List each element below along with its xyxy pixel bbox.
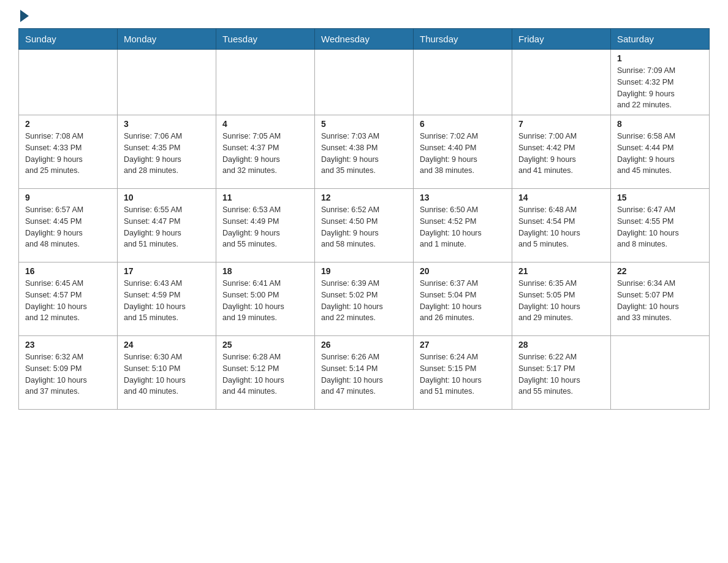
day-info: Sunrise: 7:09 AMSunset: 4:32 PMDaylight:… <box>617 65 703 111</box>
day-number: 26 <box>321 340 407 350</box>
day-info: Sunrise: 6:35 AMSunset: 5:05 PMDaylight:… <box>518 278 604 324</box>
day-info: Sunrise: 7:06 AMSunset: 4:35 PMDaylight:… <box>124 131 210 177</box>
day-number: 25 <box>222 340 308 350</box>
calendar-day: 20Sunrise: 6:37 AMSunset: 5:04 PMDayligh… <box>414 262 512 336</box>
calendar-day <box>414 50 512 115</box>
day-info: Sunrise: 6:53 AMSunset: 4:49 PMDaylight:… <box>222 204 308 250</box>
calendar-day: 18Sunrise: 6:41 AMSunset: 5:00 PMDayligh… <box>216 262 315 336</box>
calendar-day <box>611 336 710 410</box>
day-info: Sunrise: 6:57 AMSunset: 4:45 PMDaylight:… <box>25 204 111 250</box>
day-number: 15 <box>617 193 703 202</box>
day-info: Sunrise: 6:41 AMSunset: 5:00 PMDaylight:… <box>222 278 308 324</box>
calendar-day: 28Sunrise: 6:22 AMSunset: 5:17 PMDayligh… <box>512 336 611 410</box>
calendar-day: 24Sunrise: 6:30 AMSunset: 5:10 PMDayligh… <box>118 336 216 410</box>
calendar-day <box>315 50 414 115</box>
calendar-day: 17Sunrise: 6:43 AMSunset: 4:59 PMDayligh… <box>118 262 216 336</box>
week-row-4: 16Sunrise: 6:45 AMSunset: 4:57 PMDayligh… <box>19 262 710 336</box>
day-info: Sunrise: 6:39 AMSunset: 5:02 PMDaylight:… <box>321 278 407 324</box>
calendar-day: 26Sunrise: 6:26 AMSunset: 5:14 PMDayligh… <box>315 336 414 410</box>
day-number: 18 <box>222 266 308 276</box>
weekday-header-tuesday: Tuesday <box>216 29 315 50</box>
day-number: 14 <box>518 193 604 202</box>
day-info: Sunrise: 7:02 AMSunset: 4:40 PMDaylight:… <box>420 131 506 177</box>
calendar-day: 27Sunrise: 6:24 AMSunset: 5:15 PMDayligh… <box>414 336 512 410</box>
day-number: 22 <box>617 266 703 276</box>
calendar-day: 19Sunrise: 6:39 AMSunset: 5:02 PMDayligh… <box>315 262 414 336</box>
day-number: 3 <box>124 119 210 129</box>
day-info: Sunrise: 7:03 AMSunset: 4:38 PMDaylight:… <box>321 131 407 177</box>
day-info: Sunrise: 7:08 AMSunset: 4:33 PMDaylight:… <box>25 131 111 177</box>
day-number: 10 <box>124 193 210 202</box>
day-number: 8 <box>617 119 703 129</box>
day-number: 5 <box>321 119 407 129</box>
day-info: Sunrise: 6:24 AMSunset: 5:15 PMDaylight:… <box>420 351 506 397</box>
day-info: Sunrise: 7:00 AMSunset: 4:42 PMDaylight:… <box>518 131 604 177</box>
day-info: Sunrise: 6:22 AMSunset: 5:17 PMDaylight:… <box>518 351 604 397</box>
day-number: 16 <box>25 266 111 276</box>
day-info: Sunrise: 6:26 AMSunset: 5:14 PMDaylight:… <box>321 351 407 397</box>
day-number: 20 <box>420 266 506 276</box>
calendar-day <box>19 50 118 115</box>
calendar-day: 25Sunrise: 6:28 AMSunset: 5:12 PMDayligh… <box>216 336 315 410</box>
day-info: Sunrise: 6:30 AMSunset: 5:10 PMDaylight:… <box>124 351 210 397</box>
week-row-2: 2Sunrise: 7:08 AMSunset: 4:33 PMDaylight… <box>19 115 710 189</box>
weekday-header-wednesday: Wednesday <box>315 29 414 50</box>
calendar-day <box>118 50 216 115</box>
day-info: Sunrise: 6:58 AMSunset: 4:44 PMDaylight:… <box>617 131 703 177</box>
day-number: 4 <box>222 119 308 129</box>
day-number: 11 <box>222 193 308 202</box>
day-number: 9 <box>25 193 111 202</box>
week-row-3: 9Sunrise: 6:57 AMSunset: 4:45 PMDaylight… <box>19 189 710 262</box>
day-number: 27 <box>420 340 506 350</box>
calendar-day: 1Sunrise: 7:09 AMSunset: 4:32 PMDaylight… <box>611 50 710 115</box>
day-number: 17 <box>124 266 210 276</box>
day-number: 12 <box>321 193 407 202</box>
calendar-day: 11Sunrise: 6:53 AMSunset: 4:49 PMDayligh… <box>216 189 315 262</box>
calendar-day: 12Sunrise: 6:52 AMSunset: 4:50 PMDayligh… <box>315 189 414 262</box>
weekday-header-row: SundayMondayTuesdayWednesdayThursdayFrid… <box>19 29 710 50</box>
calendar-day: 23Sunrise: 6:32 AMSunset: 5:09 PMDayligh… <box>19 336 118 410</box>
logo-triangle-icon <box>20 10 29 22</box>
calendar-day: 5Sunrise: 7:03 AMSunset: 4:38 PMDaylight… <box>315 115 414 189</box>
day-info: Sunrise: 6:55 AMSunset: 4:47 PMDaylight:… <box>124 204 210 250</box>
weekday-header-monday: Monday <box>118 29 216 50</box>
logo <box>18 12 29 22</box>
calendar-day: 15Sunrise: 6:47 AMSunset: 4:55 PMDayligh… <box>611 189 710 262</box>
day-info: Sunrise: 7:05 AMSunset: 4:37 PMDaylight:… <box>222 131 308 177</box>
weekday-header-thursday: Thursday <box>414 29 512 50</box>
day-info: Sunrise: 6:32 AMSunset: 5:09 PMDaylight:… <box>25 351 111 397</box>
day-info: Sunrise: 6:45 AMSunset: 4:57 PMDaylight:… <box>25 278 111 324</box>
calendar-day: 14Sunrise: 6:48 AMSunset: 4:54 PMDayligh… <box>512 189 611 262</box>
weekday-header-friday: Friday <box>512 29 611 50</box>
calendar-day: 13Sunrise: 6:50 AMSunset: 4:52 PMDayligh… <box>414 189 512 262</box>
day-number: 13 <box>420 193 506 202</box>
day-info: Sunrise: 6:50 AMSunset: 4:52 PMDaylight:… <box>420 204 506 250</box>
calendar-day <box>512 50 611 115</box>
weekday-header-saturday: Saturday <box>611 29 710 50</box>
page-header <box>18 12 710 22</box>
calendar-day: 22Sunrise: 6:34 AMSunset: 5:07 PMDayligh… <box>611 262 710 336</box>
calendar-day: 3Sunrise: 7:06 AMSunset: 4:35 PMDaylight… <box>118 115 216 189</box>
calendar-day: 8Sunrise: 6:58 AMSunset: 4:44 PMDaylight… <box>611 115 710 189</box>
calendar-day: 10Sunrise: 6:55 AMSunset: 4:47 PMDayligh… <box>118 189 216 262</box>
day-number: 7 <box>518 119 604 129</box>
calendar-day: 2Sunrise: 7:08 AMSunset: 4:33 PMDaylight… <box>19 115 118 189</box>
day-info: Sunrise: 6:47 AMSunset: 4:55 PMDaylight:… <box>617 204 703 250</box>
day-number: 2 <box>25 119 111 129</box>
weekday-header-sunday: Sunday <box>19 29 118 50</box>
calendar-day: 16Sunrise: 6:45 AMSunset: 4:57 PMDayligh… <box>19 262 118 336</box>
day-number: 1 <box>617 53 703 63</box>
day-info: Sunrise: 6:52 AMSunset: 4:50 PMDaylight:… <box>321 204 407 250</box>
day-number: 23 <box>25 340 111 350</box>
day-number: 21 <box>518 266 604 276</box>
week-row-5: 23Sunrise: 6:32 AMSunset: 5:09 PMDayligh… <box>19 336 710 410</box>
day-info: Sunrise: 6:37 AMSunset: 5:04 PMDaylight:… <box>420 278 506 324</box>
day-number: 28 <box>518 340 604 350</box>
calendar-day <box>216 50 315 115</box>
day-info: Sunrise: 6:28 AMSunset: 5:12 PMDaylight:… <box>222 351 308 397</box>
calendar-day: 9Sunrise: 6:57 AMSunset: 4:45 PMDaylight… <box>19 189 118 262</box>
calendar-table: SundayMondayTuesdayWednesdayThursdayFrid… <box>18 28 710 410</box>
calendar-day: 21Sunrise: 6:35 AMSunset: 5:05 PMDayligh… <box>512 262 611 336</box>
day-number: 24 <box>124 340 210 350</box>
day-info: Sunrise: 6:43 AMSunset: 4:59 PMDaylight:… <box>124 278 210 324</box>
